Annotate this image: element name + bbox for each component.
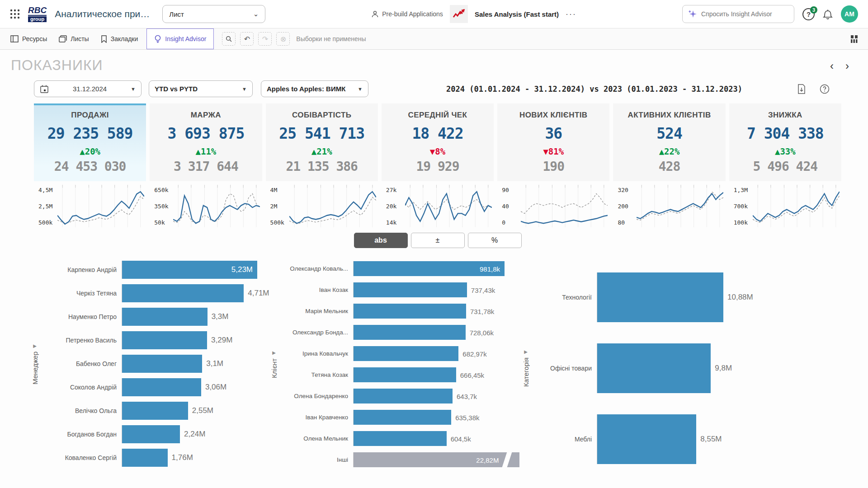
axis-expand-icon[interactable]: ▶ bbox=[524, 349, 528, 354]
bar-category-label[interactable]: Іван Козак bbox=[282, 286, 353, 293]
kpi-card-6[interactable]: АКТИВНИХ КЛІЄНТІВ524▲22%428 bbox=[613, 103, 725, 181]
bar[interactable]: 3,3M bbox=[122, 308, 208, 326]
sheets-button[interactable]: Листы bbox=[53, 28, 94, 49]
comparison-preset-dropdown[interactable]: Apples to Apples: ВИМК ▼ bbox=[261, 80, 368, 97]
bar[interactable]: 5,23M bbox=[122, 261, 257, 279]
axis-expand-icon[interactable]: ▶ bbox=[272, 350, 276, 355]
selections-search-button[interactable] bbox=[222, 32, 236, 46]
insight-advisor-button[interactable]: Insight Advisor bbox=[146, 28, 214, 49]
insight-advisor-search[interactable] bbox=[682, 5, 794, 23]
sparkline-axis-label: 320 bbox=[618, 187, 628, 193]
bar-category-label[interactable]: Ірина Ковальчук bbox=[282, 350, 353, 357]
bar-row: Олександр Бонда...728,06k bbox=[282, 322, 505, 343]
bar-track: 737,43k bbox=[353, 282, 505, 297]
bar[interactable]: 682,97k bbox=[354, 346, 458, 361]
bar-category-label[interactable]: Офісні товари bbox=[533, 365, 597, 372]
bar[interactable]: 604,5k bbox=[354, 431, 447, 446]
bar-category-label[interactable]: Богданов Богдан bbox=[42, 431, 122, 438]
bar-category-label[interactable]: Черкіз Тетяна bbox=[42, 290, 122, 297]
kpi-delta: ▼81% bbox=[500, 146, 607, 156]
next-sheet-button[interactable]: › bbox=[845, 61, 849, 71]
bar-category-label[interactable]: Бабенко Олег bbox=[42, 360, 122, 367]
bar-category-label[interactable]: Олександр Коваль... bbox=[282, 265, 353, 272]
search-input[interactable] bbox=[701, 10, 783, 18]
resources-button[interactable]: Ресурсы bbox=[5, 28, 53, 49]
bar[interactable]: 3,06M bbox=[122, 378, 201, 396]
bar[interactable]: 2,24M bbox=[122, 425, 180, 443]
filter-bar: 31.12.2024 ▼ YTD vs PYTD ▼ Apples to App… bbox=[34, 80, 868, 97]
help-circle-button[interactable] bbox=[820, 84, 830, 94]
report-export-button[interactable] bbox=[797, 84, 806, 94]
bar[interactable]: 9,8M bbox=[597, 343, 711, 393]
clear-selections-button[interactable]: ⊗ bbox=[276, 32, 290, 46]
step-back-button[interactable]: ↶ bbox=[240, 32, 254, 46]
bar-category-label[interactable]: Меблі bbox=[533, 436, 597, 443]
sparkline-axis-label: 50k bbox=[154, 219, 165, 226]
kpi-card-4[interactable]: СЕРЕДНІЙ ЧЕК18 422▼8%19 929 bbox=[382, 103, 494, 181]
bar[interactable]: 2,55M bbox=[122, 402, 188, 420]
bar-category-label[interactable]: Велічко Ольга bbox=[42, 407, 122, 414]
bar[interactable]: 4,71M bbox=[122, 284, 244, 302]
kpi-card-7[interactable]: ЗНИЖКА7 304 338▲33%5 496 424 bbox=[729, 103, 841, 181]
bar-category-label[interactable]: Олена Мельник bbox=[282, 435, 353, 442]
bar-category-label[interactable]: Тетяна Козак bbox=[282, 371, 353, 378]
bar-track: 3,1M bbox=[122, 355, 257, 373]
period-preset-dropdown[interactable]: YTD vs PYTD ▼ bbox=[149, 80, 253, 97]
bar-category-label[interactable]: Петренко Василь bbox=[42, 337, 122, 344]
bar[interactable]: 666,45k bbox=[354, 367, 456, 382]
bar-category-label[interactable]: Марія Мельник bbox=[282, 308, 353, 314]
bar[interactable]: 1,76M bbox=[122, 449, 168, 467]
toggle-delta[interactable]: ± bbox=[411, 233, 465, 248]
kpi-card-1[interactable]: ПРОДАЖІ29 235 589▲20%24 453 030 bbox=[34, 103, 146, 181]
bar-category-label[interactable]: Коваленко Сергій bbox=[42, 454, 122, 461]
axis-expand-icon[interactable]: ▶ bbox=[33, 343, 37, 348]
more-options-button[interactable]: ··· bbox=[566, 9, 576, 19]
bar[interactable]: 635,38k bbox=[354, 410, 451, 425]
bar-category-label[interactable]: Науменко Петро bbox=[42, 313, 122, 320]
app-thumbnail[interactable] bbox=[450, 5, 468, 23]
bar-track: 3,3M bbox=[122, 308, 257, 326]
avatar[interactable]: AM bbox=[841, 5, 858, 23]
kpi-value: 25 541 713 bbox=[269, 125, 375, 142]
bar-category-label[interactable]: Інші bbox=[282, 456, 353, 463]
help-button[interactable]: ? 3 bbox=[802, 8, 815, 20]
kpi-delta: ▲22% bbox=[616, 146, 722, 156]
kpi-prev-value: 190 bbox=[500, 159, 607, 174]
step-forward-button[interactable]: ↷ bbox=[258, 32, 272, 46]
bar[interactable]: 737,43k bbox=[354, 282, 467, 297]
bar[interactable]: 3,29M bbox=[122, 331, 207, 349]
bar[interactable]: 731,78k bbox=[354, 304, 466, 319]
kpi-card-3[interactable]: СОБІВАРТІСТЬ25 541 713▲21%21 135 386 bbox=[266, 103, 378, 181]
kpi-value: 3 693 875 bbox=[152, 125, 259, 142]
bar-category-label[interactable]: Карпенко Андрій bbox=[42, 266, 122, 273]
bar[interactable]: 10,88M bbox=[597, 272, 723, 322]
bar[interactable]: 22,82M bbox=[354, 452, 519, 467]
date-filter[interactable]: 31.12.2024 ▼ bbox=[34, 80, 142, 97]
sheet-grid-icon[interactable] bbox=[850, 34, 859, 43]
current-app-name[interactable]: Sales Analysis (Fast start) bbox=[475, 10, 559, 18]
bar-category-label[interactable]: Олександр Бонда... bbox=[282, 329, 353, 336]
sheet-selector[interactable]: Лист ⌄ bbox=[162, 5, 265, 23]
bar-category-label[interactable]: Іван Кравченко bbox=[282, 414, 353, 421]
bar[interactable]: 8,55M bbox=[597, 414, 696, 464]
app-menu-icon[interactable] bbox=[10, 9, 20, 19]
bookmarks-button[interactable]: Закладки bbox=[95, 28, 144, 49]
bar-value-label: 22,82M bbox=[476, 456, 499, 464]
bar-category-label[interactable]: Технології bbox=[533, 294, 597, 301]
bar[interactable]: 643,7k bbox=[354, 389, 453, 404]
bell-icon[interactable] bbox=[823, 9, 833, 19]
bar[interactable]: 728,06k bbox=[354, 325, 466, 340]
bar-category-label[interactable]: Олена Бондаренко bbox=[282, 393, 353, 399]
kpi-card-2[interactable]: МАРЖА3 693 875▲11%3 317 644 bbox=[150, 103, 262, 181]
toggle-percent[interactable]: % bbox=[468, 233, 522, 248]
bar[interactable]: 3,1M bbox=[122, 355, 202, 373]
prebuild-applications-link[interactable]: Pre-build Applications bbox=[371, 10, 443, 18]
toggle-abs[interactable]: abs bbox=[354, 233, 408, 248]
sparkline-axis-label: 14k bbox=[386, 219, 396, 226]
bar-category-label[interactable]: Соколов Андрій bbox=[42, 384, 122, 391]
sparkline-svg bbox=[405, 185, 492, 227]
bar-track: 5,23M bbox=[122, 261, 257, 279]
prev-sheet-button[interactable]: ‹ bbox=[830, 61, 834, 71]
bar[interactable]: 981,8k bbox=[354, 261, 505, 276]
kpi-card-5[interactable]: НОВИХ КЛІЄНТІВ36▼81%190 bbox=[497, 103, 609, 181]
